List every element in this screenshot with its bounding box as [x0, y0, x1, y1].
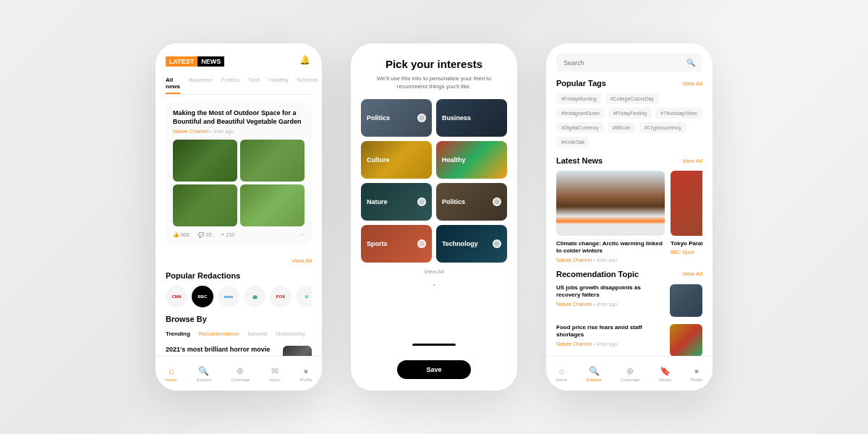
bell-icon[interactable]: 🔔	[299, 55, 310, 65]
search-input[interactable]	[563, 59, 686, 67]
interest-technology[interactable]: Technology	[436, 225, 507, 263]
rec-title: Food price rise fears amid staff shortag…	[556, 324, 664, 339]
view-all-link[interactable]: View All	[682, 271, 702, 277]
interests-subtitle: We'll use this info to personalize your …	[361, 75, 507, 90]
interest-sports[interactable]: Sports	[361, 225, 432, 263]
featured-article[interactable]: Making the Most of Outdoor Space for a B…	[166, 102, 312, 245]
tab-all-news[interactable]: All news	[166, 74, 180, 94]
tab-noteworthy[interactable]: Noteworthy	[276, 328, 305, 340]
tag-item[interactable]: #DigitalCurrency	[556, 122, 604, 133]
share-count[interactable]: ↗ 132	[220, 232, 234, 238]
app-logo: LATESTNEWS	[166, 56, 224, 67]
tab-healthy[interactable]: Healthy	[269, 74, 289, 94]
tag-item[interactable]: #FridayFeeling	[608, 108, 652, 119]
home-indicator	[412, 344, 456, 346]
interest-healthy[interactable]: Healthy	[436, 141, 507, 179]
radio-icon	[493, 197, 501, 206]
redaction-msn[interactable]: msn	[218, 286, 239, 307]
tag-item[interactable]: #CollegeColorsDay	[605, 93, 659, 104]
tab-politics[interactable]: Politics	[221, 74, 239, 94]
category-tabs: All news Business Politics Tech Healthy …	[166, 74, 312, 95]
nav-profile[interactable]: ●Profile	[299, 366, 312, 382]
tag-item[interactable]: #KnifeTalk	[556, 137, 590, 148]
popular-redactions-title: Popular Redactions	[166, 271, 312, 280]
article-image	[173, 140, 237, 182]
article-meta: Nature Channel • 3min ago	[173, 129, 305, 134]
tab-business[interactable]: Business	[189, 74, 212, 94]
bottom-nav: ⌂Home 🔍Explore ⊕Coverage 🔖Saved ●Profile	[546, 356, 712, 391]
search-bar[interactable]: 🔍	[556, 54, 702, 72]
recommendation-item[interactable]: US jobs growth disappoints as recovery f…	[556, 284, 702, 317]
phone-explore: 🔍 Popular Tags View All #FridayMorning #…	[546, 43, 712, 391]
tag-item[interactable]: #Bitcoin	[608, 122, 636, 133]
redaction-cnn[interactable]: CNN	[166, 286, 187, 307]
tags-list: #FridayMorning #CollegeColorsDay #Instag…	[556, 93, 702, 148]
nav-home[interactable]: ⌂Home	[556, 366, 567, 382]
view-all-link[interactable]: View All	[682, 158, 702, 164]
nav-explore[interactable]: 🔍Explore	[197, 366, 211, 382]
tab-science[interactable]: Science	[297, 74, 318, 94]
nav-saved[interactable]: 🔖Saved	[659, 366, 671, 382]
more-icon[interactable]: ⋯	[299, 232, 305, 238]
news-title: Tokyo Paralympics and pass 10	[671, 240, 702, 247]
tag-item[interactable]: #Cryptocurrency	[639, 122, 686, 133]
search-icon: 🔍	[686, 59, 695, 67]
tab-newest[interactable]: Newest	[248, 328, 268, 340]
news-meta: BBC Sport	[671, 250, 702, 255]
interest-nature[interactable]: Nature	[361, 183, 432, 221]
article-title: Making the Most of Outdoor Space for a B…	[173, 109, 305, 126]
tag-item[interactable]: #InstagramDown	[556, 108, 605, 119]
nav-inbox[interactable]: ✉Inbox	[269, 366, 280, 382]
story-item[interactable]: 2021's most brilliant horror movie The n…	[166, 346, 312, 356]
nav-profile[interactable]: ●Profile	[691, 366, 703, 382]
browse-tabs: Trending Recomendation Newest Noteworthy	[166, 328, 312, 340]
redaction-bbc[interactable]: BBC	[192, 286, 213, 307]
view-all-link[interactable]: View All	[682, 80, 702, 87]
news-card[interactable]: Climate change: Arctic warming linked to…	[556, 171, 665, 263]
latest-news-scroll[interactable]: Climate change: Arctic warming linked to…	[556, 171, 702, 263]
interest-politics-2[interactable]: Politics	[436, 183, 507, 221]
tag-item[interactable]: #FridayMorning	[556, 93, 602, 104]
news-card[interactable]: Tokyo Paralympics and pass 10 BBC Sport	[671, 171, 702, 263]
home-icon: ⌂	[559, 366, 564, 376]
nav-home[interactable]: ⌂Home	[166, 366, 177, 382]
chevron-down-icon[interactable]: ⌄	[361, 281, 507, 287]
rec-title: US jobs growth disappoints as recovery f…	[556, 284, 664, 299]
tab-trending[interactable]: Trending	[166, 328, 190, 340]
radio-icon	[493, 239, 501, 248]
redaction-fox[interactable]: FOX	[270, 286, 292, 307]
redactions-list: CNN BBC msn 🦚 FOX U	[166, 286, 312, 307]
tag-item[interactable]: #ThursdayVibes	[655, 108, 702, 119]
save-button[interactable]: Save	[397, 360, 470, 379]
article-image	[240, 140, 305, 182]
news-image	[671, 171, 702, 236]
tab-tech[interactable]: Tech	[248, 74, 260, 94]
nav-explore[interactable]: 🔍Explore	[587, 366, 601, 382]
recommendation-item[interactable]: Food price rise fears amid staff shortag…	[556, 324, 702, 356]
bottom-nav: ⌂Home 🔍Explore ⊕Coverage ✉Inbox ●Profile	[156, 356, 322, 391]
nav-coverage[interactable]: ⊕Coverage	[231, 366, 250, 382]
search-icon: 🔍	[589, 366, 600, 376]
like-count[interactable]: 👍 800	[173, 232, 190, 238]
article-image	[240, 184, 305, 226]
article-image	[173, 184, 237, 226]
radio-icon	[417, 114, 426, 122]
tab-recommendation[interactable]: Recomendation	[199, 328, 239, 340]
view-all-link[interactable]: View All	[361, 268, 507, 275]
interest-business[interactable]: Business	[436, 99, 507, 137]
view-all-link[interactable]: View All	[292, 258, 312, 264]
interests-title: Pick your interests	[361, 58, 507, 70]
interest-culture[interactable]: Culture	[361, 141, 432, 179]
popular-tags-title: Popular Tags	[556, 79, 606, 88]
redaction-item[interactable]: U	[296, 286, 312, 307]
browse-by-title: Browse By	[166, 315, 312, 323]
home-icon: ⌂	[169, 366, 174, 376]
search-icon: 🔍	[198, 366, 209, 376]
nav-coverage[interactable]: ⊕Coverage	[621, 366, 639, 382]
interest-politics[interactable]: Politics	[361, 99, 432, 137]
news-title: Climate change: Arctic warming linked to…	[556, 240, 665, 255]
redaction-nbc[interactable]: 🦚	[244, 286, 265, 307]
story-title: 2021's most brilliant horror movie	[166, 346, 277, 353]
comment-count[interactable]: 💬 20	[198, 232, 212, 238]
article-images	[173, 140, 305, 226]
